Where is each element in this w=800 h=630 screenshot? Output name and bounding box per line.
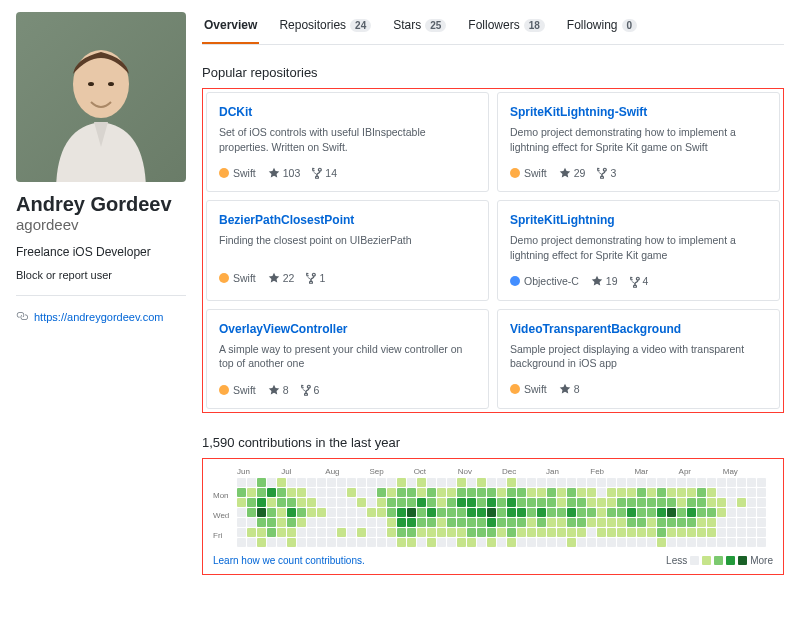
contribution-cell[interactable] [517,528,526,537]
tab-followers[interactable]: Followers18 [466,12,546,44]
contribution-cell[interactable] [637,518,646,527]
contribution-cell[interactable] [407,508,416,517]
contribution-cell[interactable] [507,528,516,537]
contribution-cell[interactable] [447,478,456,487]
contribution-cell[interactable] [457,498,466,507]
contribution-cell[interactable] [587,518,596,527]
contribution-cell[interactable] [447,528,456,537]
contribution-cell[interactable] [397,488,406,497]
contribution-cell[interactable] [277,488,286,497]
contribution-cell[interactable] [657,528,666,537]
contribution-cell[interactable] [317,508,326,517]
contribution-cell[interactable] [387,538,396,547]
contribution-cell[interactable] [287,478,296,487]
repo-stars[interactable]: 8 [559,383,580,395]
contribution-cell[interactable] [627,498,636,507]
contribution-cell[interactable] [397,538,406,547]
contribution-cell[interactable] [747,478,756,487]
contribution-cell[interactable] [367,538,376,547]
contribution-cell[interactable] [747,528,756,537]
learn-contributions-link[interactable]: Learn how we count contributions. [213,555,365,566]
contribution-cell[interactable] [587,538,596,547]
contribution-cell[interactable] [427,508,436,517]
contribution-cell[interactable] [617,498,626,507]
contribution-cell[interactable] [297,498,306,507]
contribution-cell[interactable] [247,528,256,537]
contribution-cell[interactable] [567,518,576,527]
contribution-cell[interactable] [437,478,446,487]
contribution-cell[interactable] [367,488,376,497]
tab-repositories[interactable]: Repositories24 [277,12,373,44]
contribution-cell[interactable] [667,508,676,517]
contribution-cell[interactable] [407,488,416,497]
contribution-cell[interactable] [267,498,276,507]
contribution-cell[interactable] [237,528,246,537]
contribution-cell[interactable] [707,498,716,507]
contribution-cell[interactable] [457,528,466,537]
contribution-cell[interactable] [407,518,416,527]
contribution-cell[interactable] [397,478,406,487]
contribution-cell[interactable] [357,488,366,497]
contribution-cell[interactable] [367,508,376,517]
contribution-cell[interactable] [607,508,616,517]
contribution-cell[interactable] [467,518,476,527]
contribution-cell[interactable] [637,508,646,517]
contribution-cell[interactable] [257,508,266,517]
contribution-cell[interactable] [267,478,276,487]
contribution-cell[interactable] [507,498,516,507]
contribution-cell[interactable] [647,538,656,547]
contribution-cell[interactable] [527,488,536,497]
contribution-cell[interactable] [637,478,646,487]
contribution-cell[interactable] [537,528,546,537]
contribution-cell[interactable] [447,488,456,497]
contribution-cell[interactable] [707,478,716,487]
contribution-cell[interactable] [587,488,596,497]
contribution-cell[interactable] [357,528,366,537]
contribution-cell[interactable] [307,528,316,537]
contribution-cell[interactable] [607,488,616,497]
contribution-cell[interactable] [567,478,576,487]
contribution-cell[interactable] [487,528,496,537]
contribution-cell[interactable] [347,488,356,497]
contribution-cell[interactable] [597,528,606,537]
contribution-cell[interactable] [307,518,316,527]
contribution-cell[interactable] [697,518,706,527]
contribution-cell[interactable] [417,528,426,537]
contribution-cell[interactable] [377,498,386,507]
contribution-cell[interactable] [577,498,586,507]
contribution-cell[interactable] [337,518,346,527]
contribution-cell[interactable] [317,478,326,487]
contribution-cell[interactable] [257,498,266,507]
contribution-cell[interactable] [477,518,486,527]
contribution-cell[interactable] [727,528,736,537]
contribution-cell[interactable] [627,508,636,517]
contribution-cell[interactable] [307,478,316,487]
contribution-cell[interactable] [517,478,526,487]
contribution-cell[interactable] [327,478,336,487]
contribution-cell[interactable] [517,508,526,517]
contribution-cell[interactable] [557,518,566,527]
contribution-cell[interactable] [547,528,556,537]
contribution-cell[interactable] [287,508,296,517]
contribution-cell[interactable] [537,508,546,517]
contribution-cell[interactable] [397,528,406,537]
contribution-cell[interactable] [417,518,426,527]
contribution-cell[interactable] [727,518,736,527]
repo-forks[interactable]: 1 [306,271,325,284]
contribution-cell[interactable] [697,488,706,497]
repo-name-link[interactable]: VideoTransparentBackground [510,322,681,336]
contribution-cell[interactable] [457,488,466,497]
contribution-cell[interactable] [497,538,506,547]
contribution-cell[interactable] [697,508,706,517]
repo-name-link[interactable]: DCKit [219,105,252,119]
contribution-cell[interactable] [677,498,686,507]
contribution-cell[interactable] [657,488,666,497]
repo-stars[interactable]: 29 [559,167,586,179]
contribution-cell[interactable] [257,488,266,497]
repo-stars[interactable]: 8 [268,384,289,396]
contribution-cell[interactable] [357,478,366,487]
avatar[interactable] [16,12,186,182]
contribution-cell[interactable] [527,518,536,527]
repo-name-link[interactable]: OverlayViewController [219,322,348,336]
contribution-cell[interactable] [557,528,566,537]
